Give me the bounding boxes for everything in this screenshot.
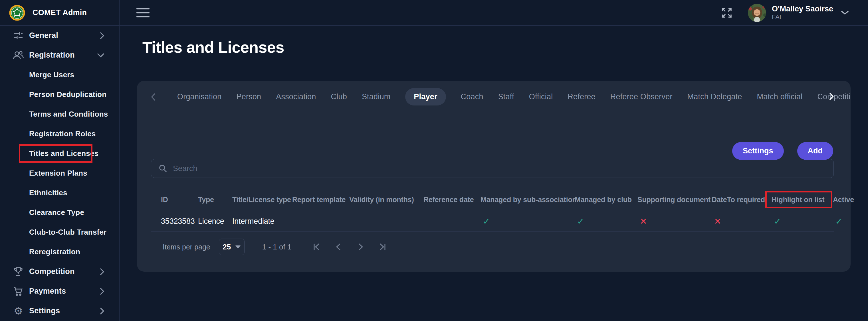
chevron-right-icon bbox=[100, 288, 104, 295]
column-managed-by-sub-association: Managed by sub-association bbox=[480, 195, 575, 204]
user-org: FAI bbox=[772, 14, 833, 20]
tab-stadium[interactable]: Stadium bbox=[362, 93, 390, 101]
tabs: Organisation Person Association Club Sta… bbox=[177, 88, 850, 105]
tab-staff[interactable]: Staff bbox=[498, 93, 514, 101]
cell-id: 35323583 bbox=[161, 217, 198, 226]
page-size-value: 25 bbox=[223, 243, 231, 251]
page-toolbar: Titles and Licenses bbox=[120, 26, 868, 69]
table-header: ID Type Title/License type Report templa… bbox=[151, 188, 834, 211]
search-bar[interactable] bbox=[151, 159, 834, 178]
brand-name: COMET Admin bbox=[33, 8, 87, 17]
tab-person[interactable]: Person bbox=[237, 93, 261, 101]
cart-icon bbox=[12, 286, 24, 296]
main-area: Titles and Licenses Organisation Person … bbox=[120, 26, 868, 321]
cross-icon: ✕ bbox=[712, 217, 772, 226]
content-area: Organisation Person Association Club Sta… bbox=[120, 69, 868, 321]
page-range-label: 1 - 1 of 1 bbox=[262, 243, 291, 251]
chevron-down-icon bbox=[841, 10, 849, 16]
column-title-license-type: Title/License type bbox=[232, 195, 292, 204]
column-active: Active bbox=[833, 195, 854, 204]
tab-referee-observer[interactable]: Referee Observer bbox=[610, 93, 673, 101]
table-row[interactable]: 35323583 Licence Intermediate ✓ ✓ ✕ ✕ ✓ … bbox=[151, 211, 834, 232]
sidebar-item-terms-and-conditions[interactable]: Terms and Conditions bbox=[0, 104, 119, 124]
app-window: COMET Admin bbox=[0, 0, 868, 321]
column-report-template: Report template bbox=[292, 195, 349, 204]
tab-official[interactable]: Official bbox=[529, 93, 553, 101]
chevron-down-icon bbox=[97, 53, 104, 58]
sidebar: General Registration bbox=[0, 26, 120, 321]
sidebar-item-clearance-type[interactable]: Clearance Type bbox=[0, 203, 119, 222]
tab-player[interactable]: Player bbox=[405, 88, 446, 105]
tab-club[interactable]: Club bbox=[331, 93, 347, 101]
tab-match-official[interactable]: Match official bbox=[757, 93, 803, 101]
fullscreen-icon[interactable] bbox=[720, 6, 733, 19]
column-dateto-required: DateTo required bbox=[712, 195, 772, 204]
sidebar-item-reregistration[interactable]: Reregistration bbox=[0, 242, 119, 262]
page-title: Titles and Licenses bbox=[143, 38, 284, 57]
column-type: Type bbox=[198, 195, 232, 204]
last-page-icon[interactable] bbox=[377, 241, 389, 253]
next-page-icon[interactable] bbox=[355, 241, 367, 253]
column-managed-by-club: Managed by club bbox=[575, 195, 638, 204]
column-supporting-document: Supporting document bbox=[638, 195, 712, 204]
brand-area: COMET Admin bbox=[0, 0, 120, 25]
content-card: Organisation Person Association Club Sta… bbox=[137, 81, 850, 272]
caret-down-icon bbox=[236, 245, 241, 249]
sidebar-item-club-to-club-transfer[interactable]: Club-to-Club Transfer bbox=[0, 222, 119, 242]
people-icon bbox=[12, 50, 24, 61]
user-name: O'Malley Saoirse bbox=[772, 5, 833, 13]
sidebar-item-competition[interactable]: Competition bbox=[0, 262, 119, 281]
tune-icon bbox=[12, 31, 24, 41]
sidebar-item-merge-users[interactable]: Merge Users bbox=[0, 65, 119, 85]
sidebar-item-general[interactable]: General bbox=[0, 26, 119, 45]
card-actions: Settings Add bbox=[137, 142, 850, 160]
previous-page-icon[interactable] bbox=[333, 241, 344, 253]
chevron-right-icon bbox=[100, 307, 104, 315]
user-info: O'Malley Saoirse FAI bbox=[772, 5, 833, 20]
paginator: Items per page 25 1 - 1 of 1 bbox=[163, 237, 834, 257]
check-icon: ✓ bbox=[833, 217, 843, 226]
chevron-right-icon bbox=[100, 32, 104, 39]
tabs-scroll-left-icon[interactable] bbox=[151, 93, 156, 101]
avatar bbox=[748, 4, 766, 22]
settings-button[interactable]: Settings bbox=[732, 142, 784, 160]
check-icon: ✓ bbox=[575, 217, 638, 226]
trophy-icon bbox=[12, 266, 24, 277]
sidebar-item-registration[interactable]: Registration bbox=[0, 45, 119, 65]
top-header: COMET Admin bbox=[0, 0, 868, 26]
sidebar-item-payments[interactable]: Payments bbox=[0, 281, 119, 301]
tabs-scroll-right-icon[interactable] bbox=[829, 92, 834, 101]
tab-coach[interactable]: Coach bbox=[461, 93, 483, 101]
search-icon bbox=[158, 164, 168, 173]
sidebar-item-registration-roles[interactable]: Registration Roles bbox=[0, 124, 119, 144]
sidebar-item-person-deduplication[interactable]: Person Deduplication bbox=[0, 85, 119, 104]
cross-icon: ✕ bbox=[638, 217, 712, 226]
gear-icon: ⚙ bbox=[12, 306, 24, 316]
tabs-divider bbox=[164, 88, 164, 105]
user-menu[interactable]: O'Malley Saoirse FAI bbox=[748, 4, 868, 22]
search-input[interactable] bbox=[173, 164, 827, 173]
sidebar-item-settings[interactable]: ⚙ Settings bbox=[0, 301, 119, 321]
tab-strip: Organisation Person Association Club Sta… bbox=[137, 81, 850, 113]
tab-match-delegate[interactable]: Match Delegate bbox=[687, 93, 742, 101]
sidebar-item-titles-and-licenses[interactable]: Titles and Licenses bbox=[0, 144, 119, 163]
cell-title-license-type: Intermediate bbox=[232, 217, 292, 226]
page-nav bbox=[310, 241, 389, 253]
check-icon: ✓ bbox=[480, 217, 575, 226]
tab-organisation[interactable]: Organisation bbox=[177, 93, 222, 101]
add-button[interactable]: Add bbox=[797, 142, 833, 160]
sidebar-item-extension-plans[interactable]: Extension Plans bbox=[0, 163, 119, 183]
tab-referee[interactable]: Referee bbox=[567, 93, 595, 101]
column-validity: Validity (in months) bbox=[349, 195, 424, 204]
tab-association[interactable]: Association bbox=[276, 93, 316, 101]
sidebar-item-label: Registration bbox=[29, 51, 75, 60]
page-size-select[interactable]: 25 bbox=[219, 239, 245, 255]
sidebar-item-ethnicities[interactable]: Ethnicities bbox=[0, 183, 119, 203]
sidebar-item-label: General bbox=[29, 31, 58, 40]
menu-toggle-button[interactable] bbox=[135, 6, 151, 19]
column-reference-date: Reference date bbox=[424, 195, 480, 204]
column-highlight-on-list: Highlight on list bbox=[772, 195, 833, 204]
items-per-page-label: Items per page bbox=[163, 243, 210, 251]
first-page-icon[interactable] bbox=[310, 241, 322, 253]
column-id: ID bbox=[161, 195, 198, 204]
